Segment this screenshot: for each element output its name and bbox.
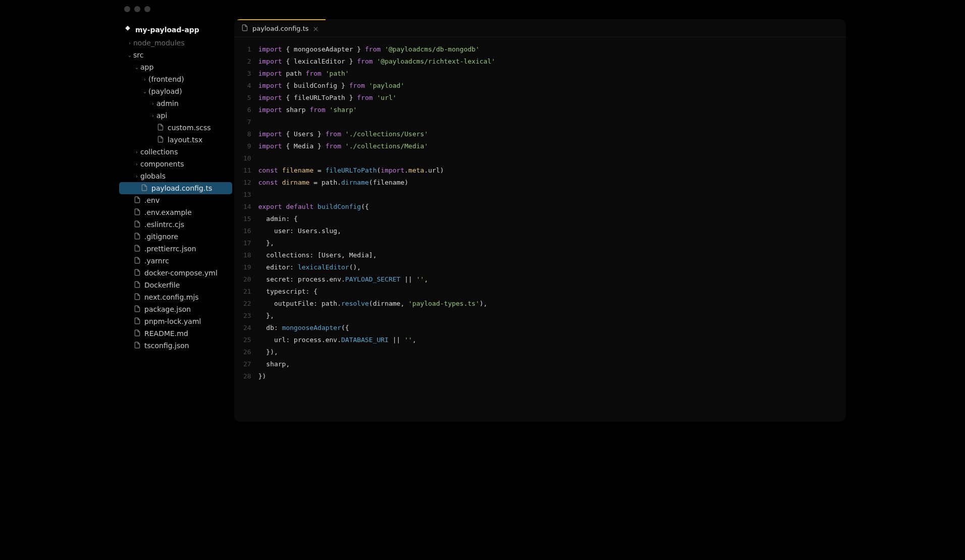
line-number: 27 — [243, 358, 251, 370]
file--prettierrc-json[interactable]: .prettierrc.json — [119, 243, 232, 255]
code-line: }), — [258, 346, 846, 358]
file--env-example[interactable]: .env.example — [119, 206, 232, 218]
chevron-right-icon — [149, 125, 156, 131]
line-number: 1 — [243, 43, 251, 55]
line-number: 22 — [243, 298, 251, 310]
file-icon — [133, 220, 141, 229]
folder--payload-[interactable]: ⌄(payload) — [119, 85, 232, 97]
code-area[interactable]: 1234567891011121314151617181920212223242… — [234, 37, 846, 422]
folder-src[interactable]: ⌄src — [119, 49, 232, 61]
file--eslintrc-cjs[interactable]: .eslintrc.cjs — [119, 218, 232, 231]
traffic-minimize[interactable] — [134, 6, 140, 12]
folder-node-modules[interactable]: ›node_modules — [119, 37, 232, 49]
file-next-config-mjs[interactable]: next.config.mjs — [119, 291, 232, 303]
line-number: 11 — [243, 164, 251, 177]
folder-label: admin — [156, 99, 228, 107]
file--env[interactable]: .env — [119, 194, 232, 206]
code-line: import { buildConfig } from 'payload' — [258, 80, 846, 92]
folder-label: node_modules — [133, 39, 228, 47]
chevron-right-icon — [126, 222, 133, 228]
code-line: import { Media } from './collections/Med… — [258, 140, 846, 152]
folder-label: api — [156, 111, 228, 120]
tab-payload-config[interactable]: payload.config.ts × — [234, 19, 326, 37]
chevron-down-icon: ⌄ — [126, 52, 133, 58]
folder--frontend-[interactable]: ›(frontend) — [119, 73, 232, 85]
file-payload-config-ts[interactable]: payload.config.ts — [119, 182, 232, 194]
code-line: const filename = fileURLToPath(import.me… — [258, 164, 846, 177]
editor-pane: payload.config.ts × 12345678910111213141… — [234, 19, 846, 422]
code-line: editor: lexicalEditor(), — [258, 261, 846, 273]
line-number: 17 — [243, 237, 251, 249]
chevron-right-icon — [126, 198, 133, 203]
file-dockerfile[interactable]: Dockerfile — [119, 279, 232, 291]
code-line: typescript: { — [258, 286, 846, 298]
chevron-right-icon — [126, 258, 133, 264]
file-label: .env.example — [144, 208, 228, 216]
line-number: 24 — [243, 322, 251, 334]
chevron-right-icon — [149, 137, 156, 143]
folder-label: app — [140, 63, 228, 71]
file-layout-tsx[interactable]: layout.tsx — [119, 134, 232, 146]
chevron-down-icon: ⌄ — [141, 89, 148, 94]
chevron-right-icon — [126, 307, 133, 312]
traffic-zoom[interactable] — [144, 6, 150, 12]
line-number: 8 — [243, 128, 251, 140]
chevron-right-icon — [126, 283, 133, 288]
file-icon — [133, 342, 141, 350]
tab-label: payload.config.ts — [252, 25, 309, 32]
folder-api[interactable]: ›api — [119, 109, 232, 122]
file-icon — [133, 208, 141, 217]
chevron-right-icon: › — [149, 101, 156, 106]
folder-collections[interactable]: ›collections — [119, 146, 232, 158]
chevron-right-icon: › — [133, 161, 140, 167]
code-line: secret: process.env.PAYLOAD_SECRET || ''… — [258, 273, 846, 286]
chevron-right-icon — [126, 234, 133, 240]
file-label: payload.config.ts — [151, 184, 228, 192]
file-tsconfig-json[interactable]: tsconfig.json — [119, 340, 232, 352]
chevron-right-icon — [126, 319, 133, 324]
folder-label: src — [133, 51, 228, 59]
code-line: import { lexicalEditor } from '@payloadc… — [258, 55, 846, 68]
line-number: 16 — [243, 225, 251, 237]
chevron-right-icon: › — [149, 113, 156, 119]
chevron-right-icon — [126, 343, 133, 349]
chevron-right-icon — [126, 246, 133, 252]
folder-app[interactable]: ⌄app — [119, 61, 232, 73]
code-line: import { mongooseAdapter } from '@payloa… — [258, 43, 846, 55]
file--yarnrc[interactable]: .yarnrc — [119, 255, 232, 267]
line-number: 26 — [243, 346, 251, 358]
code-content[interactable]: import { mongooseAdapter } from '@payloa… — [258, 43, 846, 422]
project-header[interactable]: my-payload-app — [119, 22, 232, 37]
file-icon — [140, 184, 148, 193]
folder-components[interactable]: ›components — [119, 158, 232, 170]
folder-admin[interactable]: ›admin — [119, 97, 232, 109]
file-custom-scss[interactable]: custom.scss — [119, 122, 232, 134]
code-line: import sharp from 'sharp' — [258, 104, 846, 116]
line-number: 20 — [243, 273, 251, 286]
file-docker-compose-yml[interactable]: docker-compose.yml — [119, 267, 232, 279]
file-icon — [133, 245, 141, 253]
editor-window: my-payload-app ›node_modules⌄src⌄app›(fr… — [117, 0, 848, 424]
code-line: }, — [258, 310, 846, 322]
file--gitignore[interactable]: .gitignore — [119, 231, 232, 243]
chevron-right-icon — [126, 295, 133, 300]
close-icon[interactable]: × — [313, 25, 319, 33]
line-number: 6 — [243, 104, 251, 116]
chevron-right-icon — [126, 210, 133, 215]
chevron-right-icon: › — [141, 77, 148, 82]
traffic-close[interactable] — [124, 6, 130, 12]
code-line: export default buildConfig({ — [258, 201, 846, 213]
file-readme-md[interactable]: README.md — [119, 327, 232, 340]
code-line: collections: [Users, Media], — [258, 249, 846, 261]
line-number: 19 — [243, 261, 251, 273]
file-label: .prettierrc.json — [144, 245, 228, 253]
file-icon — [133, 281, 141, 290]
code-line: url: process.env.DATABASE_URI || '', — [258, 334, 846, 346]
project-icon — [124, 25, 131, 34]
file-label: .gitignore — [144, 233, 228, 241]
file-package-json[interactable]: package.json — [119, 303, 232, 315]
file-pnpm-lock-yaml[interactable]: pnpm-lock.yaml — [119, 315, 232, 327]
file-icon — [133, 293, 141, 302]
code-line: import { Users } from './collections/Use… — [258, 128, 846, 140]
folder-globals[interactable]: ›globals — [119, 170, 232, 182]
